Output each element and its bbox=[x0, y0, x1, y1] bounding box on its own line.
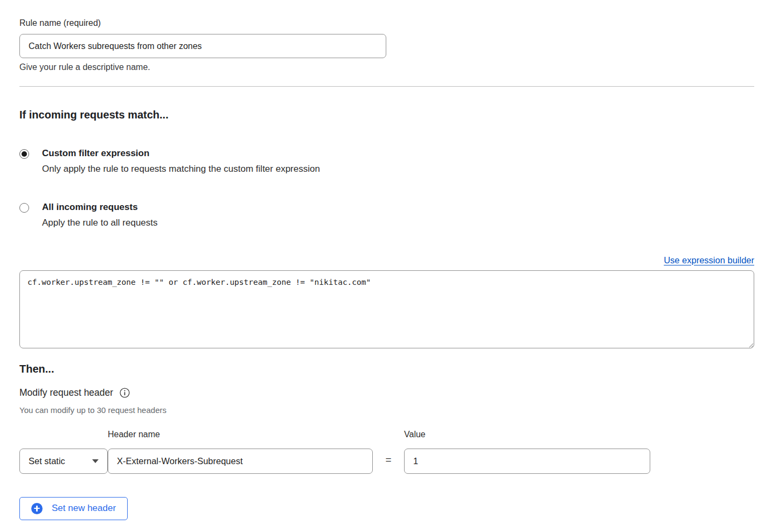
header-name-input[interactable] bbox=[108, 449, 373, 474]
set-new-header-button[interactable]: Set new header bbox=[19, 497, 128, 520]
chevron-down-icon bbox=[92, 459, 99, 463]
radio-custom-filter-description: Only apply the rule to requests matching… bbox=[42, 164, 320, 174]
header-row: Header name Value Set static = bbox=[19, 430, 754, 474]
then-section-heading: Then... bbox=[19, 363, 754, 375]
equals-sign: = bbox=[385, 454, 391, 468]
radio-custom-filter-label: Custom filter expression bbox=[42, 148, 320, 159]
info-icon[interactable] bbox=[120, 388, 130, 398]
rule-name-help: Give your rule a descriptive name. bbox=[19, 62, 754, 72]
section-divider bbox=[19, 86, 754, 87]
match-section-heading: If incoming requests match... bbox=[19, 109, 754, 121]
plus-circle-icon bbox=[31, 503, 43, 514]
rule-name-label: Rule name (required) bbox=[19, 18, 754, 28]
modify-header-helper-text: You can modify up to 30 request headers bbox=[19, 405, 754, 415]
set-new-header-label: Set new header bbox=[52, 503, 116, 514]
use-expression-builder-link[interactable]: Use expression builder bbox=[664, 255, 754, 265]
radio-all-requests-label: All incoming requests bbox=[42, 202, 158, 213]
header-name-label: Header name bbox=[108, 430, 373, 440]
radio-option-custom-filter[interactable]: Custom filter expression Only apply the … bbox=[19, 148, 754, 175]
header-value-input[interactable] bbox=[404, 449, 650, 474]
operation-selected-value: Set static bbox=[29, 456, 65, 466]
modify-request-header-label: Modify request header bbox=[19, 387, 113, 398]
value-label: Value bbox=[404, 430, 650, 440]
radio-option-all-requests[interactable]: All incoming requests Apply the rule to … bbox=[19, 202, 754, 229]
radio-all-requests-description: Apply the rule to all requests bbox=[42, 218, 158, 228]
radio-selected-icon[interactable] bbox=[19, 149, 29, 159]
rule-editor-form: Rule name (required) Give your rule a de… bbox=[0, 0, 779, 520]
operation-select[interactable]: Set static bbox=[19, 449, 108, 474]
filter-expression-textarea[interactable]: cf.worker.upstream_zone != "" or cf.work… bbox=[19, 270, 754, 348]
radio-unselected-icon[interactable] bbox=[19, 203, 29, 213]
rule-name-input[interactable] bbox=[19, 34, 386, 58]
